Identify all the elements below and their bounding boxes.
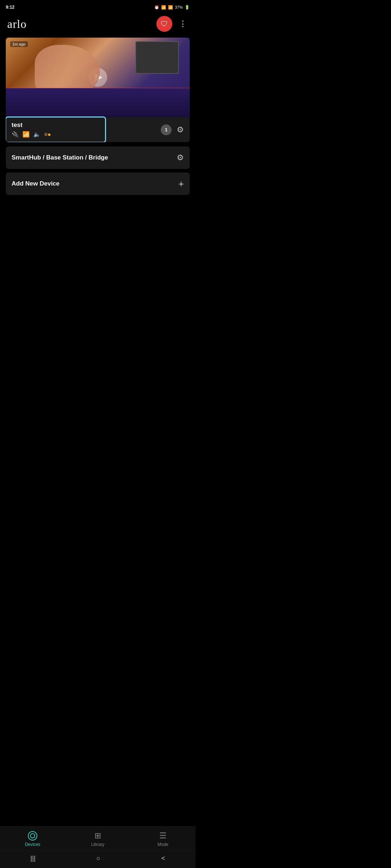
speaker-icon: 🔈 — [33, 131, 41, 138]
add-device-right: + — [178, 179, 184, 188]
security-alert-button[interactable]: 🛡 — [156, 16, 172, 32]
wifi-icon: 📶 — [22, 131, 30, 138]
smarthub-label: SmartHub / Base Station / Bridge — [12, 154, 108, 161]
video-timestamp: 1m ago — [10, 41, 28, 47]
notification-badge[interactable]: 1 — [161, 124, 172, 135]
device-list: SmartHub / Base Station / Bridge ⚙ Add N… — [6, 146, 190, 195]
smarthub-item[interactable]: SmartHub / Base Station / Bridge ⚙ — [6, 146, 190, 169]
add-icon[interactable]: + — [178, 179, 184, 188]
highlight-box — [6, 116, 106, 142]
status-right: ⏰ 📶 📶 37% 🔋 — [154, 5, 190, 10]
alarm-icon: ⏰ — [154, 5, 159, 10]
add-device-item[interactable]: Add New Device + — [6, 173, 190, 195]
device-status-icons: 🔌 📶 🔈 ≡● — [12, 131, 184, 138]
arlo-logo: arlo — [7, 17, 27, 31]
battery-icon: 🔋 — [185, 5, 190, 10]
power-plug-icon: 🔌 — [12, 131, 19, 138]
device-settings-button[interactable]: ⚙ — [177, 125, 184, 135]
top-bar: arlo 🛡 ⋮ — [0, 13, 196, 36]
more-options-button[interactable]: ⋮ — [177, 18, 188, 30]
signal-icon: 📶 — [168, 5, 173, 10]
motion-indicator-icon: ≡● — [44, 131, 51, 138]
smarthub-right: ⚙ — [177, 153, 184, 162]
shield-alert-icon: 🛡 — [161, 20, 168, 28]
scene-overlay — [6, 38, 190, 117]
video-card: 1m ago test 🔌 📶 🔈 ≡● 1 ⚙ — [6, 38, 190, 142]
device-right-actions: 1 ⚙ — [161, 124, 184, 135]
add-device-label: Add New Device — [12, 180, 59, 187]
status-time: 9:12 — [6, 5, 14, 10]
smarthub-settings-button[interactable]: ⚙ — [177, 153, 184, 162]
battery-status: 37% — [175, 5, 183, 9]
monitor-decoration — [135, 41, 179, 74]
status-bar: 9:12 ⏰ 📶 📶 37% 🔋 — [0, 0, 196, 13]
device-info-row: test 🔌 📶 🔈 ≡● 1 ⚙ — [6, 117, 190, 142]
top-bar-actions: 🛡 ⋮ — [156, 16, 188, 32]
device-name: test — [12, 122, 184, 129]
video-thumbnail[interactable]: 1m ago — [6, 38, 190, 117]
wifi-status-icon: 📶 — [161, 5, 166, 10]
desk-decoration — [6, 88, 190, 117]
